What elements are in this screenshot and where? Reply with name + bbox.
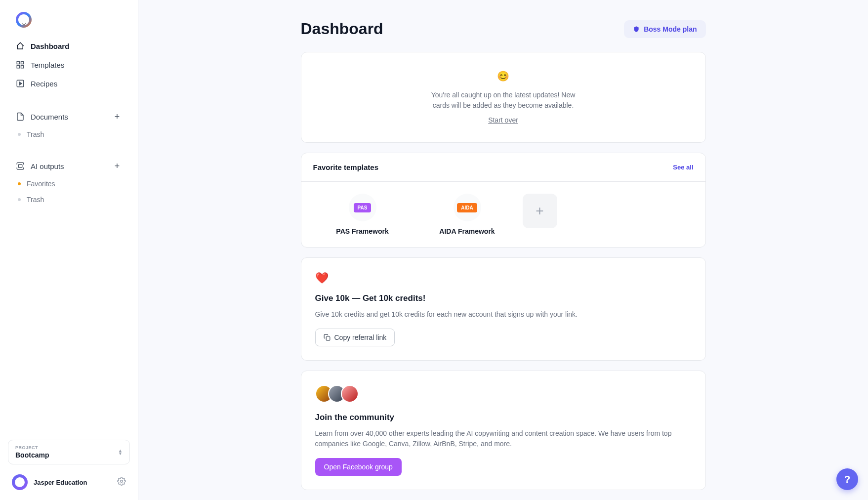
main: Dashboard Boss Mode plan 😊 You're all ca… bbox=[138, 0, 868, 500]
sidebar-item-label: Favorites bbox=[27, 180, 55, 188]
app-logo[interactable]: ◡ bbox=[16, 12, 32, 28]
primary-nav: Dashboard Templates Recipes Documents + bbox=[8, 38, 130, 207]
user-row: Jasper Education bbox=[8, 472, 130, 492]
content: Dashboard Boss Mode plan 😊 You're all ca… bbox=[301, 0, 706, 500]
sidebar-section-documents[interactable]: Documents + bbox=[8, 108, 130, 125]
template-name: PAS Framework bbox=[336, 227, 388, 235]
svg-point-7 bbox=[121, 480, 123, 483]
header: Dashboard Boss Mode plan bbox=[301, 20, 706, 38]
community-desc: Learn from over 40,000 other experts lea… bbox=[315, 428, 692, 449]
sidebar-item-label: Recipes bbox=[31, 80, 57, 88]
smile-icon: 😊 bbox=[497, 70, 509, 82]
sidebar-item-label: Trash bbox=[27, 196, 44, 204]
add-document-button[interactable]: + bbox=[112, 112, 122, 122]
copy-icon bbox=[324, 334, 331, 341]
play-icon bbox=[16, 79, 25, 88]
template-item-pas[interactable]: PAS PAS Framework bbox=[313, 194, 412, 235]
template-item-aida[interactable]: AIDA AIDA Framework bbox=[418, 194, 517, 235]
plan-label: Boss Mode plan bbox=[644, 25, 697, 33]
template-icon: AIDA bbox=[454, 194, 481, 221]
plan-badge[interactable]: Boss Mode plan bbox=[624, 20, 705, 38]
grid-icon bbox=[16, 60, 25, 69]
gear-icon bbox=[117, 477, 126, 486]
referral-title: Give 10k — Get 10k credits! bbox=[315, 293, 692, 303]
copy-referral-button[interactable]: Copy referral link bbox=[315, 329, 395, 346]
user-profile[interactable]: Jasper Education bbox=[12, 474, 87, 490]
sidebar-item-dashboard[interactable]: Dashboard bbox=[8, 38, 130, 54]
project-label: PROJECT bbox=[15, 445, 49, 450]
user-name: Jasper Education bbox=[34, 479, 87, 486]
referral-desc: Give 10k credits and get 10k credits for… bbox=[315, 309, 692, 320]
help-button[interactable]: ? bbox=[836, 468, 858, 490]
card-header: Favorite templates See all bbox=[301, 153, 705, 182]
home-icon bbox=[16, 42, 25, 50]
svg-rect-2 bbox=[17, 66, 19, 68]
card-favorite-templates: Favorite templates See all PAS PAS Frame… bbox=[301, 153, 706, 248]
project-selector[interactable]: PROJECT Bootcamp ▲▼ bbox=[8, 440, 130, 464]
sidebar-section-ai-outputs[interactable]: AI outputs + bbox=[8, 157, 130, 175]
dot-icon bbox=[18, 182, 21, 185]
see-all-link[interactable]: See all bbox=[673, 164, 693, 171]
document-icon bbox=[16, 112, 25, 121]
community-title: Join the community bbox=[315, 413, 692, 422]
svg-marker-5 bbox=[20, 82, 22, 85]
settings-button[interactable] bbox=[117, 477, 126, 488]
sidebar-item-label: Templates bbox=[31, 61, 64, 69]
svg-rect-3 bbox=[21, 66, 24, 68]
template-grid: PAS PAS Framework AIDA AIDA Framework + bbox=[301, 182, 705, 247]
add-template-button[interactable]: + bbox=[523, 194, 557, 228]
sidebar-item-label: Documents bbox=[31, 113, 68, 121]
sidebar-item-templates[interactable]: Templates bbox=[8, 56, 130, 73]
output-icon bbox=[16, 162, 25, 170]
project-name: Bootcamp bbox=[15, 451, 49, 459]
template-name: AIDA Framework bbox=[439, 227, 495, 235]
logo-container: ◡ bbox=[8, 12, 130, 38]
chevron-updown-icon: ▲▼ bbox=[118, 449, 123, 455]
svg-rect-6 bbox=[18, 165, 22, 167]
svg-rect-8 bbox=[326, 336, 330, 340]
avatar-stack bbox=[315, 385, 692, 403]
page-title: Dashboard bbox=[301, 20, 383, 38]
template-icon: PAS bbox=[349, 194, 376, 221]
sidebar-subitem-ai-favorites[interactable]: Favorites bbox=[8, 177, 130, 191]
avatar bbox=[12, 474, 28, 490]
dot-icon bbox=[18, 198, 21, 201]
sidebar: ◡ Dashboard Templates Recipes bbox=[0, 0, 138, 500]
heart-icon: ❤️ bbox=[315, 272, 692, 285]
sidebar-item-recipes[interactable]: Recipes bbox=[8, 75, 130, 92]
sidebar-bottom: PROJECT Bootcamp ▲▼ Jasper Education bbox=[8, 440, 130, 492]
caught-up-text: You're all caught up on the latest updat… bbox=[424, 90, 582, 111]
sidebar-subitem-ai-trash[interactable]: Trash bbox=[8, 193, 130, 207]
card-caught-up: 😊 You're all caught up on the latest upd… bbox=[301, 52, 706, 143]
add-output-button[interactable]: + bbox=[112, 161, 122, 171]
sidebar-item-label: AI outputs bbox=[31, 162, 64, 170]
card-referral: ❤️ Give 10k — Get 10k credits! Give 10k … bbox=[301, 257, 706, 361]
section-title: Favorite templates bbox=[313, 163, 379, 171]
card-community: Join the community Learn from over 40,00… bbox=[301, 371, 706, 490]
shield-icon bbox=[633, 26, 640, 33]
dot-icon bbox=[18, 133, 21, 136]
start-over-link[interactable]: Start over bbox=[488, 116, 518, 124]
open-facebook-button[interactable]: Open Facebook group bbox=[315, 458, 402, 476]
community-avatar bbox=[341, 385, 359, 403]
sidebar-item-label: Trash bbox=[27, 130, 44, 138]
sidebar-item-label: Dashboard bbox=[31, 42, 69, 50]
svg-rect-1 bbox=[21, 61, 24, 64]
sidebar-subitem-documents-trash[interactable]: Trash bbox=[8, 127, 130, 141]
svg-rect-0 bbox=[17, 61, 19, 64]
